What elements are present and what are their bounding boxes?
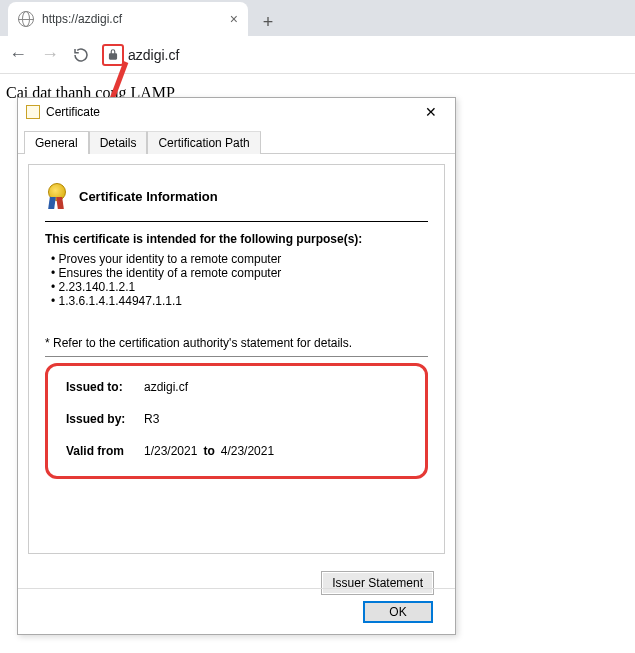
tab-certification-path[interactable]: Certification Path: [147, 131, 260, 154]
valid-from-row: Valid from 1/23/2021 to 4/23/2021: [66, 444, 407, 458]
lock-highlight-box: [102, 44, 124, 66]
back-button[interactable]: ←: [8, 44, 28, 65]
reload-button[interactable]: [72, 46, 90, 64]
general-panel: Certificate Information This certificate…: [28, 164, 445, 554]
divider: [45, 356, 428, 357]
dialog-title: Certificate: [46, 105, 413, 119]
refer-note: * Refer to the certification authority's…: [45, 336, 428, 350]
certificate-dialog: Certificate ✕ General Details Certificat…: [17, 97, 456, 635]
certificate-ribbon-icon: [45, 181, 69, 211]
new-tab-button[interactable]: +: [254, 8, 282, 36]
browser-toolbar: ← → azdigi.cf: [0, 36, 635, 74]
issued-to-row: Issued to: azdigi.cf: [66, 380, 407, 394]
ok-button[interactable]: OK: [363, 601, 433, 623]
purpose-list: Proves your identity to a remote compute…: [51, 252, 428, 308]
forward-button: →: [40, 44, 60, 65]
list-item: 1.3.6.1.4.1.44947.1.1.1: [51, 294, 428, 308]
browser-tab-strip: https://azdigi.cf × +: [0, 0, 635, 36]
issued-by-label: Issued by:: [66, 412, 144, 426]
address-bar[interactable]: azdigi.cf: [102, 44, 627, 66]
valid-to-value: 4/23/2021: [221, 444, 274, 458]
tab-general[interactable]: General: [24, 131, 89, 154]
dialog-titlebar: Certificate ✕: [18, 98, 455, 126]
cert-info-heading: Certificate Information: [79, 189, 218, 204]
purpose-heading: This certificate is intended for the fol…: [45, 232, 428, 246]
issued-by-row: Issued by: R3: [66, 412, 407, 426]
issued-to-value: azdigi.cf: [144, 380, 188, 394]
globe-icon: [18, 11, 34, 27]
browser-tab[interactable]: https://azdigi.cf ×: [8, 2, 248, 36]
tab-details[interactable]: Details: [89, 131, 148, 154]
close-tab-icon[interactable]: ×: [230, 11, 238, 27]
issued-to-label: Issued to:: [66, 380, 144, 394]
list-item: 2.23.140.1.2.1: [51, 280, 428, 294]
dialog-tabs: General Details Certification Path: [18, 126, 455, 154]
divider: [45, 221, 428, 222]
issued-by-value: R3: [144, 412, 159, 426]
valid-from-value: 1/23/2021: [144, 444, 197, 458]
lock-icon: [106, 48, 120, 62]
valid-from-label: Valid from: [66, 444, 144, 458]
list-item: Ensures the identity of a remote compute…: [51, 266, 428, 280]
valid-to-word: to: [203, 444, 214, 458]
list-item: Proves your identity to a remote compute…: [51, 252, 428, 266]
url-text: azdigi.cf: [128, 47, 179, 63]
close-dialog-button[interactable]: ✕: [413, 101, 449, 123]
tab-title: https://azdigi.cf: [42, 12, 222, 26]
issued-highlight-box: Issued to: azdigi.cf Issued by: R3 Valid…: [45, 363, 428, 479]
dialog-footer: OK: [18, 588, 455, 634]
certificate-icon: [26, 105, 40, 119]
